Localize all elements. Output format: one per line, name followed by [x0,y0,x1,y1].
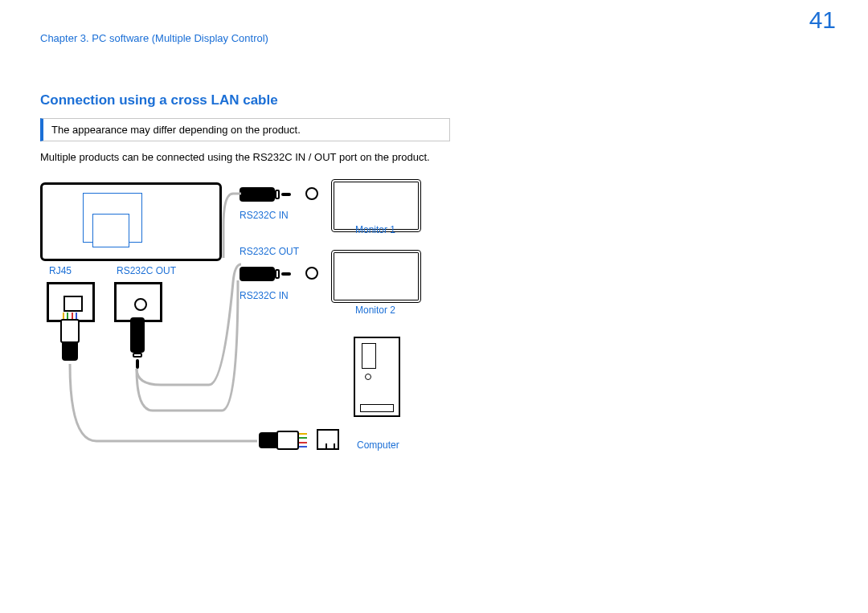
serial-plug-bottom-icon [240,262,291,286]
rs232c-out-cable-label: RS232C OUT [240,246,299,257]
rs232c-out-label: RS232C OUT [117,265,176,276]
rs232c-out-port-icon: RS232C OUT [114,282,162,322]
monitor2-icon [331,250,421,303]
page-number: 41 [809,6,836,34]
monitor1-label: Monitor 1 [355,224,395,235]
monitor2-label: Monitor 2 [355,304,395,316]
note-text: The appearance may differ depending on t… [51,124,301,136]
serial-port-bottom-icon [305,267,318,280]
computer-icon [354,337,400,417]
section-heading: Connection using a cross LAN cable [40,92,828,108]
rs232c-in-bottom-label: RS232C IN [240,290,289,301]
serial-port-top-icon [305,187,318,200]
chapter-title: Chapter 3. PC software (Multiple Display… [40,32,828,44]
display-rear-icon [40,182,222,261]
page-root: Chapter 3. PC software (Multiple Display… [0,0,868,613]
ethernet-socket-icon [317,429,339,450]
computer-label: Computer [357,439,399,451]
ethernet-plug-right-icon [259,428,307,452]
note-callout: The appearance may differ depending on t… [40,118,450,141]
rj45-label: RJ45 [49,265,72,276]
body-paragraph: Multiple products can be connected using… [40,151,828,163]
audio-jack-plug-icon [125,317,149,369]
ethernet-plug-icon [58,314,82,362]
connection-diagram: RJ45 RS232C OUT RS232C IN RS232C OUT RS2… [40,178,458,475]
rs232c-in-top-label: RS232C IN [240,210,289,221]
serial-plug-top-icon [240,182,291,206]
